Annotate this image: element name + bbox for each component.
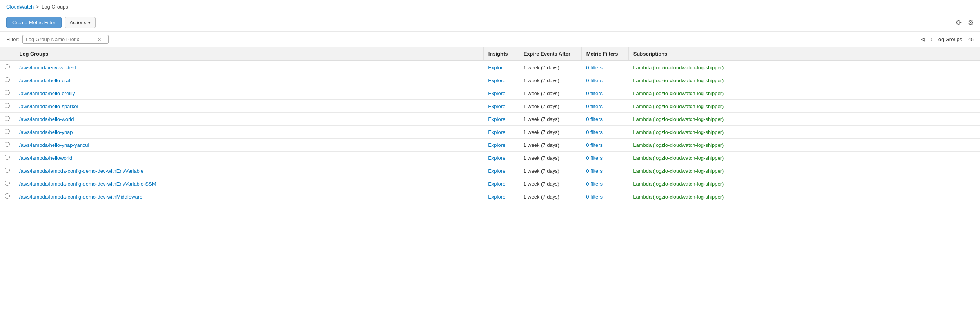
log-group-link[interactable]: /aws/lambda/helloworld [19, 155, 72, 161]
col-header-expire-events: Expire Events After [519, 47, 581, 61]
log-group-link[interactable]: /aws/lambda/lambda-config-demo-dev-withE… [19, 181, 156, 187]
table-row: /aws/lambda/lambda-config-demo-dev-withE… [0, 164, 980, 177]
log-group-link[interactable]: /aws/lambda/hello-oreilly [19, 90, 75, 96]
col-header-subscriptions: Subscriptions [628, 47, 980, 61]
log-group-link[interactable]: /aws/lambda/hello-craft [19, 78, 72, 83]
subscriptions-link[interactable]: Lambda (logzio-cloudwatch-log-shipper) [633, 65, 724, 70]
nav-first-icon[interactable]: ⊲ [919, 35, 927, 44]
row-radio-5[interactable] [5, 129, 10, 134]
insights-link[interactable]: Explore [488, 142, 505, 148]
metric-filters-link[interactable]: 0 filters [586, 116, 603, 122]
insights-link[interactable]: Explore [488, 116, 505, 122]
insights-link[interactable]: Explore [488, 155, 505, 161]
log-group-link[interactable]: /aws/lambda/hello-ynap [19, 129, 73, 135]
table-row: /aws/lambda/helloworldExplore1 week (7 d… [0, 152, 980, 164]
log-groups-table: Log Groups Insights Expire Events After … [0, 47, 980, 203]
subscriptions-link[interactable]: Lambda (logzio-cloudwatch-log-shipper) [633, 129, 724, 135]
row-radio-7[interactable] [5, 155, 10, 160]
metric-filters-link[interactable]: 0 filters [586, 65, 603, 70]
filter-bar: Filter: × ⊲ ‹ Log Groups 1-45 [0, 32, 980, 47]
table-row: /aws/lambda/hello-sparkolExplore1 week (… [0, 100, 980, 113]
row-radio-3[interactable] [5, 103, 10, 108]
subscriptions-link[interactable]: Lambda (logzio-cloudwatch-log-shipper) [633, 194, 724, 200]
metric-filters-link[interactable]: 0 filters [586, 142, 603, 148]
insights-link[interactable]: Explore [488, 65, 505, 70]
metric-filters-link[interactable]: 0 filters [586, 155, 603, 161]
breadcrumb-parent-link[interactable]: CloudWatch [6, 4, 34, 10]
subscriptions-link[interactable]: Lambda (logzio-cloudwatch-log-shipper) [633, 103, 724, 109]
metric-filters-link[interactable]: 0 filters [586, 168, 603, 174]
table-header-row: Log Groups Insights Expire Events After … [0, 47, 980, 61]
log-group-link[interactable]: /aws/lambda/env-var-test [19, 65, 76, 70]
row-radio-9[interactable] [5, 181, 10, 186]
insights-link[interactable]: Explore [488, 194, 505, 200]
subscriptions-link[interactable]: Lambda (logzio-cloudwatch-log-shipper) [633, 116, 724, 122]
row-radio-0[interactable] [5, 64, 10, 69]
table-row: /aws/lambda/hello-oreillyExplore1 week (… [0, 87, 980, 100]
row-radio-10[interactable] [5, 193, 10, 199]
refresh-icon[interactable]: ⟳ [956, 18, 962, 27]
page-info-text: Log Groups 1-45 [935, 36, 974, 42]
subscriptions-link[interactable]: Lambda (logzio-cloudwatch-log-shipper) [633, 181, 724, 187]
filter-input-wrap: × [22, 35, 109, 44]
insights-link[interactable]: Explore [488, 129, 505, 135]
subscriptions-link[interactable]: Lambda (logzio-cloudwatch-log-shipper) [633, 168, 724, 174]
toolbar-right: ⟳ ⚙ [956, 18, 974, 27]
row-radio-2[interactable] [5, 90, 10, 95]
table-row: /aws/lambda/env-var-testExplore1 week (7… [0, 61, 980, 74]
settings-icon[interactable]: ⚙ [967, 18, 974, 27]
breadcrumb-current: Log Groups [42, 4, 68, 10]
table-row: /aws/lambda/lambda-config-demo-dev-withE… [0, 177, 980, 190]
table-row: /aws/lambda/hello-craftExplore1 week (7 … [0, 74, 980, 87]
actions-button-label: Actions [70, 20, 87, 25]
metric-filters-link[interactable]: 0 filters [586, 78, 603, 83]
subscriptions-link[interactable]: Lambda (logzio-cloudwatch-log-shipper) [633, 78, 724, 83]
expire-events-cell: 1 week (7 days) [519, 126, 581, 139]
col-header-checkbox [0, 47, 15, 61]
toolbar: Create Metric Filter Actions ⟳ ⚙ [0, 14, 980, 32]
subscriptions-link[interactable]: Lambda (logzio-cloudwatch-log-shipper) [633, 155, 724, 161]
expire-events-cell: 1 week (7 days) [519, 87, 581, 100]
breadcrumb: CloudWatch > Log Groups [0, 0, 980, 14]
row-radio-8[interactable] [5, 168, 10, 173]
insights-link[interactable]: Explore [488, 103, 505, 109]
insights-link[interactable]: Explore [488, 168, 505, 174]
expire-events-cell: 1 week (7 days) [519, 74, 581, 87]
col-header-log-groups: Log Groups [15, 47, 483, 61]
col-header-metric-filters: Metric Filters [581, 47, 628, 61]
insights-link[interactable]: Explore [488, 90, 505, 96]
expire-events-cell: 1 week (7 days) [519, 139, 581, 152]
log-group-link[interactable]: /aws/lambda/hello-ynap-yancui [19, 142, 89, 148]
subscriptions-link[interactable]: Lambda (logzio-cloudwatch-log-shipper) [633, 142, 724, 148]
metric-filters-link[interactable]: 0 filters [586, 194, 603, 200]
metric-filters-link[interactable]: 0 filters [586, 103, 603, 109]
breadcrumb-separator: > [36, 4, 39, 10]
table-row: /aws/lambda/hello-worldExplore1 week (7 … [0, 113, 980, 126]
expire-events-cell: 1 week (7 days) [519, 113, 581, 126]
subscriptions-link[interactable]: Lambda (logzio-cloudwatch-log-shipper) [633, 90, 724, 96]
metric-filters-link[interactable]: 0 filters [586, 181, 603, 187]
row-radio-6[interactable] [5, 142, 10, 147]
metric-filters-link[interactable]: 0 filters [586, 129, 603, 135]
expire-events-cell: 1 week (7 days) [519, 61, 581, 74]
log-group-link[interactable]: /aws/lambda/lambda-config-demo-dev-withE… [19, 168, 143, 174]
log-group-link[interactable]: /aws/lambda/hello-sparkol [19, 103, 78, 109]
filter-clear-button[interactable]: × [98, 37, 101, 42]
insights-link[interactable]: Explore [488, 181, 505, 187]
log-group-link[interactable]: /aws/lambda/hello-world [19, 116, 74, 122]
table-row: /aws/lambda/lambda-config-demo-dev-withM… [0, 190, 980, 203]
log-group-link[interactable]: /aws/lambda/lambda-config-demo-dev-withM… [19, 194, 142, 200]
row-radio-1[interactable] [5, 77, 10, 82]
row-radio-4[interactable] [5, 116, 10, 121]
create-metric-filter-button[interactable]: Create Metric Filter [6, 17, 62, 28]
table-row: /aws/lambda/hello-ynap-yancuiExplore1 we… [0, 139, 980, 152]
filter-input[interactable] [26, 36, 96, 42]
filter-label: Filter: [6, 36, 19, 42]
expire-events-cell: 1 week (7 days) [519, 152, 581, 164]
table-wrap: Log Groups Insights Expire Events After … [0, 47, 980, 203]
metric-filters-link[interactable]: 0 filters [586, 90, 603, 96]
insights-link[interactable]: Explore [488, 78, 505, 83]
actions-chevron-icon [88, 20, 91, 25]
nav-prev-icon[interactable]: ‹ [929, 35, 934, 44]
actions-button[interactable]: Actions [65, 17, 96, 28]
